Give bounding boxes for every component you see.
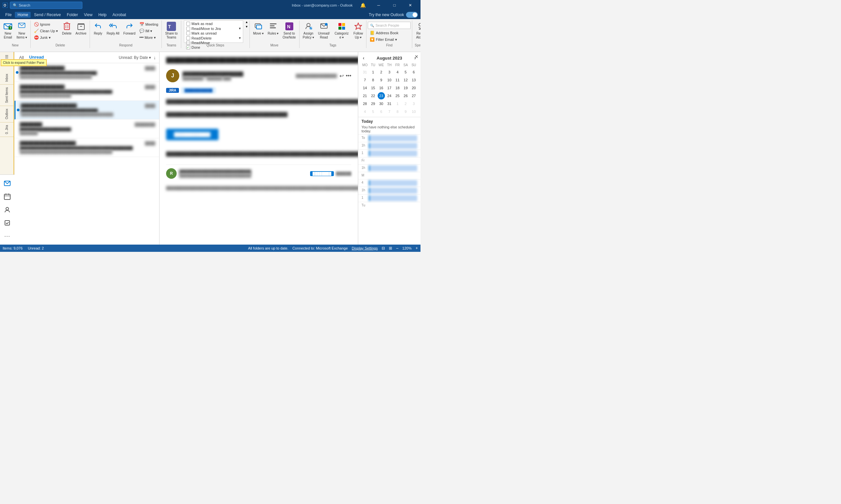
status-view-icon-2[interactable]: ⊞ (389, 246, 392, 251)
status-zoom-out[interactable]: – (396, 246, 398, 251)
cal-event-4[interactable] (369, 180, 417, 186)
cal-day-31[interactable]: 31 (385, 100, 393, 107)
cal-day-26[interactable]: 26 (402, 92, 409, 100)
cal-day-8[interactable]: 8 (370, 76, 377, 84)
filter-email-button[interactable]: 🔽 Filter Email ▾ (368, 36, 411, 43)
sidebar-collapse-icon[interactable]: ☰ (5, 55, 8, 59)
menu-file[interactable]: File (3, 12, 14, 18)
try-new-toggle[interactable] (406, 12, 418, 18)
delete-button[interactable]: Delete (60, 20, 73, 43)
clean-up-button[interactable]: 🧹 Clean Up ▾ (32, 28, 60, 34)
rules-button[interactable]: Rules ▾ (265, 20, 280, 43)
email-more-icon-btn[interactable]: ••• (346, 73, 351, 79)
cal-day-10[interactable]: 10 (385, 76, 393, 84)
address-book-button[interactable]: 📒 Address Book (368, 30, 411, 36)
share-to-teams-button[interactable]: T Share toTeams (163, 20, 179, 43)
cal-day-28[interactable]: 28 (361, 100, 368, 107)
qs-read-delete[interactable]: Read/Delete ▾ (185, 36, 242, 40)
menu-folder[interactable]: Folder (64, 12, 81, 18)
sidebar-jira-label[interactable]: 0. Jira (5, 124, 8, 135)
meeting-button[interactable]: 📅 Meeting (137, 21, 160, 28)
nav-tasks-button[interactable] (1, 217, 13, 229)
cal-day-22[interactable]: 22 (370, 92, 377, 100)
reply-button[interactable]: Reply (91, 20, 104, 43)
qs-mark-as-read[interactable]: Mark as read (185, 21, 242, 26)
cal-day-4[interactable]: 4 (394, 69, 401, 76)
cal-day-3[interactable]: 3 (385, 69, 393, 76)
email-item-3[interactable]: ████████████████████ ████ ██████████████… (15, 101, 159, 120)
cal-day-4-next[interactable]: 4 (361, 108, 368, 115)
email-item-2[interactable]: ████████████████ ████ ██████████████████… (15, 82, 159, 101)
ignore-button[interactable]: 🚫 Ignore (32, 21, 60, 28)
menu-help[interactable]: Help (96, 12, 109, 18)
menu-acrobat[interactable]: Acrobat (110, 12, 128, 18)
cal-prev-button[interactable]: ‹ (361, 55, 366, 61)
status-zoom-in[interactable]: + (415, 246, 418, 251)
qs-mark-unread[interactable]: Mark as unread (185, 31, 242, 36)
assign-policy-button[interactable]: P AssignPolicy ▾ (301, 20, 316, 43)
cal-day-7-next[interactable]: 7 (385, 108, 393, 115)
cal-event-1h-1[interactable] (369, 143, 417, 149)
cal-day-5[interactable]: 5 (402, 69, 409, 76)
cta-button[interactable]: ████████████ (166, 129, 219, 140)
sidebar-outbox-label[interactable]: Outbox (5, 107, 8, 121)
cal-day-6[interactable]: 6 (410, 69, 417, 76)
junk-button[interactable]: ⛔ Junk ▾ (32, 34, 60, 41)
cal-event-1h-2[interactable] (369, 165, 417, 171)
im-button[interactable]: 💬 IM ▾ (137, 28, 160, 34)
cal-day-19[interactable]: 19 (402, 84, 409, 91)
cal-day-14[interactable]: 14 (361, 84, 368, 91)
cal-day-21[interactable]: 21 (361, 92, 368, 100)
minimize-button[interactable]: ─ (371, 0, 386, 11)
cal-day-1-next[interactable]: 1 (394, 100, 401, 107)
quick-steps-up[interactable]: ▲ (245, 20, 248, 24)
close-button[interactable]: ✕ (403, 0, 418, 11)
qs-dropdown-2[interactable]: ▾ (239, 36, 241, 40)
cal-day-1[interactable]: 1 (370, 69, 377, 76)
cal-day-29[interactable]: 29 (370, 100, 377, 107)
notification-bell-button[interactable]: 🔔 (355, 0, 371, 11)
qs-dropdown-1[interactable]: ▾ (239, 26, 241, 31)
cal-day-31-prev[interactable]: 31 (361, 69, 368, 76)
reply-all-button[interactable]: Reply All (104, 20, 121, 43)
cal-day-11[interactable]: 11 (394, 76, 401, 84)
cal-day-23-today[interactable]: 23 (378, 92, 385, 100)
cal-day-8-next[interactable]: 8 (394, 108, 401, 115)
forward-button[interactable]: Forward (121, 20, 137, 43)
cal-day-18[interactable]: 18 (394, 84, 401, 91)
title-search-box[interactable]: 🔍 Search (10, 2, 82, 9)
email-item-5[interactable]: ████████████████████ ████ ██████████████… (15, 138, 159, 157)
nav-more-button[interactable]: ··· (1, 230, 13, 242)
sort-button[interactable]: ↓ (154, 55, 156, 60)
menu-home[interactable]: Home (15, 12, 31, 18)
sidebar-sent-label[interactable]: Sent Items (5, 86, 8, 104)
new-email-button[interactable]: + NewEmail (1, 20, 15, 43)
nav-contacts-button[interactable] (1, 204, 13, 216)
cal-day-25[interactable]: 25 (394, 92, 401, 100)
cal-day-10-next[interactable]: 10 (410, 108, 417, 115)
more-respond-button[interactable]: ••• More ▾ (137, 34, 160, 41)
email-reply-icon-btn[interactable]: ↩ (340, 73, 344, 79)
read-aloud-button[interactable]: ReadAloud (414, 20, 420, 43)
sidebar-inbox-label[interactable]: Inbox (5, 72, 8, 83)
menu-send-receive[interactable]: Send / Receive (31, 12, 63, 18)
restore-button[interactable]: □ (387, 0, 402, 11)
expand-folder-pane-hint[interactable]: Click to expand Folder Pane (1, 59, 47, 66)
send-to-onenote-button[interactable]: N Send toOneNote (280, 20, 297, 43)
cal-day-7[interactable]: 7 (361, 76, 368, 84)
cal-day-27[interactable]: 27 (410, 92, 417, 100)
cal-event-1-2[interactable] (369, 195, 417, 201)
follow-up-button[interactable]: FollowUp ▾ (351, 20, 365, 43)
cal-day-3-next[interactable]: 3 (410, 100, 417, 107)
new-items-button[interactable]: NewItems ▾ (15, 20, 29, 43)
unread-read-button[interactable]: Unread/Read (316, 20, 332, 43)
close-calendar-button[interactable]: ✕ (414, 53, 419, 60)
cal-day-20[interactable]: 20 (410, 84, 417, 91)
cal-day-13[interactable]: 13 (410, 76, 417, 84)
nav-calendar-button[interactable] (1, 191, 13, 202)
cal-day-9-next[interactable]: 9 (402, 108, 409, 115)
nav-mail-button[interactable] (1, 177, 13, 189)
move-button[interactable]: Move ▾ (251, 20, 265, 43)
cal-day-5-next[interactable]: 5 (370, 108, 377, 115)
cal-event-to[interactable] (369, 135, 417, 141)
